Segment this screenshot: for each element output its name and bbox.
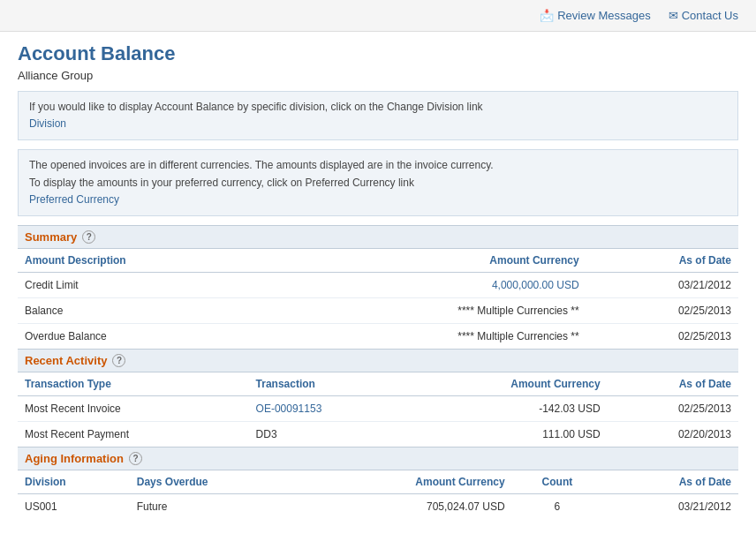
aging-row: US001 Future 705,024.07 USD 6 03/21/2012 (18, 493, 738, 519)
recent-activity-help-icon[interactable]: ? (112, 354, 125, 367)
recent-activity-header-row: Transaction Type Transaction Amount Curr… (18, 372, 738, 396)
recent-activity-title: Recent Activity (25, 354, 107, 367)
contact-us-link[interactable]: ✉ Contact Us (669, 9, 738, 22)
contact-us-label: Contact Us (682, 9, 738, 22)
summary-cell-amount: **** Multiple Currencies ** (279, 323, 586, 349)
ag-cell-date: 03/21/2012 (602, 493, 738, 519)
ag-cell-division: US001 (18, 493, 130, 519)
preferred-currency-link[interactable]: Preferred Currency (29, 192, 727, 208)
currency-info-text2: To display the amounts in your preferred… (29, 177, 414, 189)
ra-cell-date: 02/25/2013 (608, 395, 738, 421)
summary-row: Overdue Balance **** Multiple Currencies… (18, 323, 738, 349)
info-box-currency: The opened invoices are in different cur… (18, 149, 738, 216)
summary-col-description: Amount Description (18, 249, 279, 273)
ra-col-amount: Amount Currency (405, 372, 608, 396)
page-content: Account Balance Alliance Group If you wo… (0, 32, 756, 530)
ra-cell-amount: -142.03 USD (405, 395, 608, 421)
ag-col-days: Days Overdue (130, 470, 303, 494)
summary-header-row: Amount Description Amount Currency As of… (18, 249, 738, 273)
aging-title: Aging Information (25, 452, 124, 465)
ag-col-date: As of Date (602, 470, 738, 494)
summary-cell-date: 02/25/2013 (586, 323, 738, 349)
recent-activity-header: Recent Activity ? (18, 349, 738, 372)
currency-info-text1: The opened invoices are in different cur… (29, 159, 494, 171)
top-bar: 📩 Review Messages ✉ Contact Us (0, 0, 756, 32)
recent-activity-table: Transaction Type Transaction Amount Curr… (18, 372, 738, 447)
ag-col-count: Count (512, 470, 602, 494)
ra-cell-transaction[interactable]: OE-00091153 (249, 395, 405, 421)
ra-cell-transaction: DD3 (249, 421, 405, 447)
ra-col-date: As of Date (608, 372, 738, 396)
summary-cell-date: 03/21/2012 (586, 272, 738, 297)
summary-row: Credit Limit 4,000,000.00 USD 03/21/2012 (18, 272, 738, 297)
summary-col-amount: Amount Currency (279, 249, 586, 273)
company-name: Alliance Group (18, 69, 738, 82)
summary-col-date: As of Date (586, 249, 738, 273)
ra-row: Most Recent Payment DD3 111.00 USD 02/20… (18, 421, 738, 447)
ra-cell-amount: 111.00 USD (405, 421, 608, 447)
review-messages-label: Review Messages (557, 9, 651, 22)
aging-section: Aging Information ? Division Days Overdu… (18, 447, 738, 519)
review-messages-link[interactable]: 📩 Review Messages (540, 9, 651, 22)
division-link[interactable]: Division (29, 116, 727, 132)
division-info-text: If you would like to display Account Bal… (29, 101, 483, 113)
summary-section-header: Summary ? (18, 225, 738, 249)
aging-table: Division Days Overdue Amount Currency Co… (18, 470, 738, 519)
summary-help-icon[interactable]: ? (82, 230, 95, 244)
aging-section-header: Aging Information ? (18, 447, 738, 470)
review-messages-icon: 📩 (540, 9, 554, 22)
ag-cell-count: 6 (512, 493, 602, 519)
summary-cell-description: Credit Limit (18, 272, 279, 297)
summary-cell-amount: **** Multiple Currencies ** (279, 297, 586, 323)
ra-col-type: Transaction Type (18, 372, 249, 396)
ra-cell-date: 02/20/2013 (608, 421, 738, 447)
recent-activity-section: Recent Activity ? Transaction Type Trans… (18, 349, 738, 447)
top-bar-actions: 📩 Review Messages ✉ Contact Us (540, 9, 738, 22)
summary-cell-description: Overdue Balance (18, 323, 279, 349)
ra-cell-type: Most Recent Invoice (18, 395, 249, 421)
summary-cell-amount[interactable]: 4,000,000.00 USD (279, 272, 586, 297)
summary-cell-description: Balance (18, 297, 279, 323)
ag-cell-days: Future (130, 493, 303, 519)
summary-cell-date: 02/25/2013 (586, 297, 738, 323)
ra-row: Most Recent Invoice OE-00091153 -142.03 … (18, 395, 738, 421)
summary-title: Summary (25, 230, 77, 244)
ra-col-transaction: Transaction (249, 372, 405, 396)
summary-row: Balance **** Multiple Currencies ** 02/2… (18, 297, 738, 323)
contact-us-icon: ✉ (669, 9, 678, 22)
summary-section: Summary ? Amount Description Amount Curr… (18, 225, 738, 349)
ra-cell-type: Most Recent Payment (18, 421, 249, 447)
info-box-division: If you would like to display Account Bal… (18, 91, 738, 140)
page-title: Account Balance (18, 42, 738, 65)
aging-help-icon[interactable]: ? (129, 452, 142, 465)
ag-cell-amount: 705,024.07 USD (302, 493, 511, 519)
ag-col-division: Division (18, 470, 130, 494)
ag-col-amount: Amount Currency (302, 470, 511, 494)
aging-header-row: Division Days Overdue Amount Currency Co… (18, 470, 738, 494)
summary-table: Amount Description Amount Currency As of… (18, 249, 738, 349)
